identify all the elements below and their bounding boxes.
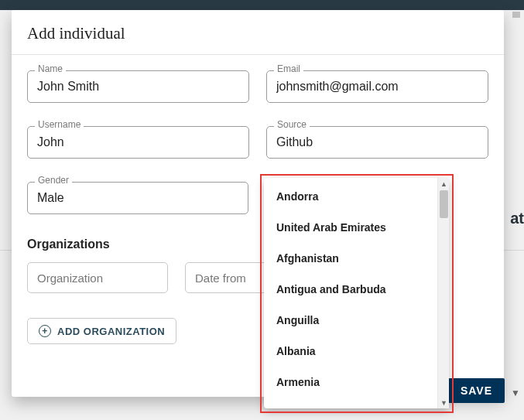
country-option[interactable]: Anguilla <box>264 305 437 336</box>
name-label: Name <box>35 63 66 74</box>
name-input[interactable] <box>27 70 249 103</box>
username-label: Username <box>35 119 84 130</box>
gender-label: Gender <box>35 175 72 186</box>
scroll-up-icon[interactable]: ▲ <box>438 178 450 190</box>
scroll-down-icon[interactable]: ▼ <box>438 397 450 408</box>
organization-input[interactable] <box>27 262 168 293</box>
email-field: Email <box>266 70 488 103</box>
email-input[interactable] <box>266 70 488 103</box>
modal-title: Add individual <box>27 24 488 43</box>
source-input[interactable] <box>266 126 488 159</box>
country-option[interactable]: Albania <box>264 336 437 367</box>
country-dropdown-list: AndorraUnited Arab EmiratesAfghanistanAn… <box>264 178 437 408</box>
country-option[interactable]: Afghanistan <box>264 243 437 274</box>
country-option[interactable]: Antigua and Barbuda <box>264 274 437 305</box>
dropdown-scrollbar[interactable]: ▲ ▼ <box>437 178 449 408</box>
add-organization-button[interactable]: + ADD ORGANIZATION <box>27 318 176 344</box>
add-organization-label: ADD ORGANIZATION <box>57 326 165 337</box>
page-scrollbar[interactable] <box>512 12 520 408</box>
modal-header: Add individual <box>12 10 504 55</box>
source-label: Source <box>274 119 310 130</box>
plus-circle-icon: + <box>39 325 51 337</box>
name-field: Name <box>27 70 249 103</box>
username-input[interactable] <box>27 126 249 159</box>
email-label: Email <box>274 63 303 74</box>
country-option[interactable]: United Arab Emirates <box>264 212 437 243</box>
country-option[interactable]: Armenia <box>264 367 437 398</box>
scroll-thumb[interactable] <box>440 190 448 218</box>
gender-input[interactable] <box>27 182 248 214</box>
country-dropdown-panel: AndorraUnited Arab EmiratesAfghanistanAn… <box>264 178 449 408</box>
source-field: Source <box>266 126 488 159</box>
country-option[interactable]: Angola <box>264 398 437 408</box>
gender-field: Gender <box>27 182 248 214</box>
save-button[interactable]: SAVE <box>448 378 505 403</box>
save-button-label: SAVE <box>461 384 492 397</box>
country-option[interactable]: Andorra <box>264 181 437 212</box>
username-field: Username <box>27 126 249 159</box>
